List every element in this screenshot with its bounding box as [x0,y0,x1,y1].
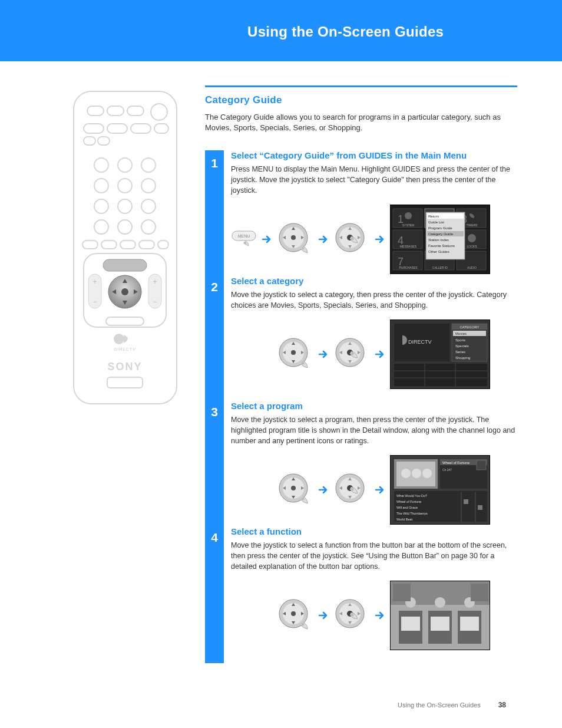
step-heading: Select a function [231,526,520,536]
svg-text:Return: Return [428,215,439,218]
section-rule [205,85,517,87]
svg-rect-140 [478,505,482,510]
svg-rect-161 [471,584,488,601]
arrow-right-icon [375,610,385,621]
svg-rect-130 [477,460,486,470]
svg-point-114 [291,486,296,490]
section-title: Category Guide [205,94,282,106]
svg-text:Shopping: Shopping [455,356,470,360]
step-text: Move the joystick to select a program, t… [231,414,520,446]
menu-button-icon: MENU [231,230,257,249]
svg-text:DIRECTV: DIRECTV [114,347,136,351]
arrow-right-icon [262,234,272,245]
svg-point-94 [351,353,354,355]
svg-text:Series: Series [455,350,465,354]
svg-point-115 [302,498,305,500]
svg-rect-139 [464,499,468,504]
step-row: DIRECTV CATEGORY Movies Sports Specials … [231,319,520,390]
tv-screenshot-category: DIRECTV CATEGORY Movies Sports Specials … [390,319,490,389]
svg-point-53 [351,238,354,241]
step-rail: 1 2 3 4 [205,150,224,663]
arrow-right-icon [318,234,329,245]
joystick-press-icon [333,221,370,258]
svg-text:MESSAGES: MESSAGES [400,245,417,248]
svg-text:World Beat: World Beat [396,518,413,521]
joystick-move-icon [277,472,313,508]
svg-text:Favorite Stations: Favorite Stations [428,244,455,248]
svg-text:CATEGORY: CATEGORY [459,325,479,329]
svg-point-45 [244,242,246,244]
svg-text:−: − [153,298,157,306]
svg-text:Wheel of Fortune: Wheel of Fortune [442,461,470,465]
step: Select a category Move the joystick to s… [231,276,520,390]
step: Select a program Move the joystick to se… [231,401,520,525]
page-number: 38 [498,701,506,709]
svg-point-148 [351,614,354,617]
svg-rect-29 [103,259,147,271]
svg-text:The Wild Thornberrys: The Wild Thornberrys [396,512,428,515]
page-footer: Using the On-Screen Guides 38 [398,701,506,709]
step-number: 1 [205,150,224,274]
step: Select a function Move the joystick to s… [231,526,520,651]
svg-rect-107 [394,364,487,386]
svg-text:Will and Grace: Will and Grace [396,506,418,509]
step-row: MENU 1 2 3 4 7 [231,204,520,275]
svg-text:MENU: MENU [238,234,250,238]
step-number: 2 [205,274,224,399]
svg-text:What Would You Do?: What Would You Do? [396,494,427,498]
svg-rect-152 [401,617,420,631]
svg-rect-160 [393,584,411,601]
step-number: 4 [205,525,224,663]
svg-text:CALLER ID: CALLER ID [432,266,448,269]
svg-point-79 [468,234,476,242]
joystick-move-icon [277,597,313,634]
svg-text:Category Guide: Category Guide [428,232,454,236]
svg-point-78 [405,212,412,219]
section-intro: The Category Guide allows you to search … [205,112,517,133]
svg-text:Sports: Sports [455,338,465,342]
svg-text:−: − [92,298,97,306]
svg-point-89 [291,350,296,355]
svg-rect-155 [431,617,449,631]
svg-text:TIMERS: TIMERS [467,223,478,227]
svg-text:AUDIO: AUDIO [467,266,477,269]
svg-rect-0 [74,91,177,404]
svg-text:SONY: SONY [107,361,142,373]
svg-text:+: + [153,278,157,286]
svg-text:Specials: Specials [455,344,469,348]
remote-illustration: + − + − DIRECTV SONY [71,88,180,407]
step-row [231,580,520,651]
svg-text:Program Guide: Program Guide [428,226,452,230]
tv-screenshot-program: Wheel of Fortune Ch 247 What Would You D… [390,455,490,525]
svg-text:Guide List: Guide List [428,220,444,224]
chapter-banner: Using the On-Screen Guides [0,0,562,61]
svg-text:+: + [92,278,97,286]
step-text: Move the joystick to select a category, … [231,289,520,311]
joystick-move-icon [277,221,313,258]
step-number: 3 [205,399,224,525]
step-row: Wheel of Fortune Ch 247 What Would You D… [231,454,520,525]
joystick-press-icon [333,472,370,508]
svg-point-37 [121,288,128,295]
step: Select “Category Guide” from GUIDES in t… [231,150,520,275]
svg-text:DIRECTV: DIRECTV [408,339,432,345]
arrow-right-icon [318,610,329,621]
svg-point-124 [412,469,421,478]
svg-text:Movies: Movies [455,332,467,335]
svg-point-119 [351,488,354,491]
svg-text:Wheel of Fortune: Wheel of Fortune [396,500,421,503]
step-text: Move the joystick to select a function f… [231,540,520,572]
svg-text:Other Guides: Other Guides [428,250,449,253]
svg-point-144 [302,623,305,626]
arrow-right-icon [375,485,385,495]
svg-point-48 [291,235,296,240]
chapter-title: Using the On-Screen Guides [0,0,562,40]
svg-text:Ch 247: Ch 247 [442,468,452,472]
svg-point-143 [291,611,296,616]
svg-text:LOCKS: LOCKS [467,245,478,248]
svg-point-156 [435,597,445,608]
svg-text:SYSTEM: SYSTEM [402,223,415,227]
svg-rect-158 [460,617,479,631]
footer-section: Using the On-Screen Guides [398,701,481,709]
arrow-right-icon [375,234,385,245]
